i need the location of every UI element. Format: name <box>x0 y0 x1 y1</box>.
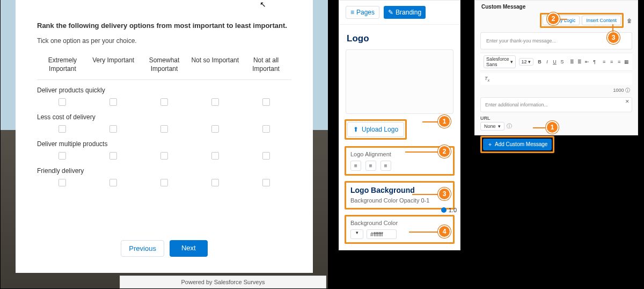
close-icon[interactable]: ✕ <box>625 99 630 104</box>
indent-icon[interactable]: ⇤ <box>584 59 590 64</box>
matrix-checkbox[interactable] <box>160 98 168 106</box>
callout-3: 3 <box>438 187 451 200</box>
matrix-header: Not so Important <box>189 56 240 73</box>
matrix-checkbox[interactable] <box>58 179 66 186</box>
add-custom-message-button[interactable]: ＋ Add Custom Message <box>483 139 552 150</box>
matrix-checkbox[interactable] <box>58 98 66 106</box>
font-size-select[interactable]: 12▾ <box>519 58 533 66</box>
char-count: 1000 ⓘ <box>478 86 634 95</box>
outdent-icon[interactable]: ¶ <box>591 59 598 64</box>
url-label: URL <box>480 115 632 121</box>
callout-2: 2 <box>547 12 560 25</box>
color-swatch-dropdown[interactable]: ▾ <box>350 229 363 239</box>
logo-heading: Logo <box>339 25 460 49</box>
font-family-select[interactable]: Salesforce Sans▾ <box>484 55 516 68</box>
matrix-row-label: Deliver multiple products <box>37 140 291 148</box>
matrix-checkbox[interactable] <box>211 125 219 133</box>
logo-background-heading: Logo Background <box>350 186 449 194</box>
matrix-checkbox[interactable] <box>109 152 117 160</box>
additional-info-input[interactable]: Enter additional information... ✕ <box>480 97 632 112</box>
slider-thumb[interactable] <box>441 207 447 213</box>
delete-icon[interactable]: 🗑 <box>627 18 632 24</box>
align-right-icon[interactable]: ≡ <box>616 59 623 64</box>
align-center-button[interactable]: ≡ <box>365 161 376 171</box>
opacity-label: Background Color Opacity 0-1 <box>350 197 449 205</box>
matrix-checkbox[interactable] <box>262 125 270 133</box>
callout-1: 1 <box>546 121 559 134</box>
italic-icon[interactable]: I <box>544 59 551 64</box>
matrix-checkbox[interactable] <box>58 125 66 133</box>
insert-content-button[interactable]: Insert Content <box>582 16 621 25</box>
matrix-checkbox[interactable] <box>160 179 168 186</box>
tab-branding[interactable]: Branding <box>384 6 426 19</box>
pencil-icon <box>388 9 393 16</box>
callout-1: 1 <box>438 115 451 128</box>
matrix-checkbox[interactable] <box>109 179 117 186</box>
callout-2: 2 <box>438 145 451 158</box>
upload-logo-button[interactable]: Upload Logo <box>347 122 404 137</box>
tab-pages-label: Pages <box>356 9 375 16</box>
survey-instruction: Tick one option as per your choice. <box>37 37 291 45</box>
matrix-checkbox[interactable] <box>160 125 168 133</box>
strike-icon[interactable]: S <box>559 59 566 64</box>
survey-background: Rank the following delivery options from… <box>1 0 328 288</box>
matrix-checkbox[interactable] <box>211 98 219 106</box>
opacity-slider[interactable]: 1.0 <box>441 207 457 213</box>
align-right-button[interactable]: ≡ <box>380 161 391 171</box>
matrix-checkbox[interactable] <box>211 152 219 160</box>
tab-branding-label: Branding <box>396 9 421 16</box>
powered-by-footer: Powered by Salesforce Surveys <box>120 276 326 288</box>
upload-icon <box>353 126 358 133</box>
more-icon[interactable]: ▦ <box>624 59 630 64</box>
rich-text-toolbar: Salesforce Sans▾ 12▾ B I U S ≣ ≣ ⇤ ¶ ≡ ≡… <box>480 53 632 71</box>
matrix-row-label: Less cost of delivery <box>37 113 291 121</box>
info-icon: ⓘ <box>507 122 512 130</box>
survey-question: Rank the following delivery options from… <box>37 21 291 30</box>
plus-icon: ＋ <box>487 141 493 148</box>
matrix-checkbox[interactable] <box>262 179 270 186</box>
custom-message-title: Custom Message <box>478 4 634 10</box>
underline-icon[interactable]: U <box>552 59 558 64</box>
url-select[interactable]: None▾ <box>480 122 504 131</box>
custom-message-panel: Custom Message Display Logic Insert Cont… <box>474 0 638 135</box>
list-ul-icon[interactable]: ≣ <box>576 59 583 64</box>
matrix-header: Not at all Important <box>240 56 291 73</box>
branding-panel: Pages Branding Logo Upload Logo Logo Ali… <box>339 0 460 250</box>
cursor-icon: ↖ <box>260 0 266 9</box>
next-button[interactable]: Next <box>170 240 208 257</box>
matrix-header-row: Extremely Important Very Important Somew… <box>37 56 291 73</box>
matrix-checkbox[interactable] <box>58 152 66 160</box>
matrix-row-label: Deliver products quickly <box>37 86 291 94</box>
matrix-header: Somewhat Important <box>139 56 190 73</box>
matrix-checkbox[interactable] <box>211 179 219 186</box>
survey-card: Rank the following delivery options from… <box>16 0 313 273</box>
list-ol-icon[interactable]: ≣ <box>569 59 575 64</box>
matrix-body: Deliver products quickly Less cost of de… <box>37 80 291 186</box>
matrix-checkbox[interactable] <box>160 152 168 160</box>
matrix-header: Very Important <box>88 56 139 73</box>
upload-logo-label: Upload Logo <box>362 126 398 133</box>
logo-preview-box <box>346 49 453 114</box>
align-center-icon[interactable]: ≡ <box>609 59 615 64</box>
color-hex-input[interactable]: #ffffff <box>367 229 397 239</box>
tab-pages[interactable]: Pages <box>346 6 379 19</box>
callout-4: 4 <box>438 225 451 238</box>
align-left-button[interactable]: ≡ <box>350 161 361 171</box>
previous-button[interactable]: Previous <box>121 240 164 257</box>
callout-3: 3 <box>607 31 620 44</box>
matrix-checkbox[interactable] <box>262 98 270 106</box>
background-color-label: Background Color <box>350 220 449 226</box>
matrix-checkbox[interactable] <box>109 98 117 106</box>
bold-icon[interactable]: B <box>537 59 543 64</box>
align-left-icon[interactable]: ≡ <box>601 59 608 64</box>
matrix-header: Extremely Important <box>37 56 88 73</box>
matrix-row-label: Friendly delivery <box>37 167 291 175</box>
list-icon <box>350 9 354 16</box>
opacity-value: 1.0 <box>449 207 457 213</box>
matrix-checkbox[interactable] <box>109 125 117 133</box>
clear-format-icon[interactable]: Tx <box>485 76 489 81</box>
matrix-checkbox[interactable] <box>262 152 270 160</box>
